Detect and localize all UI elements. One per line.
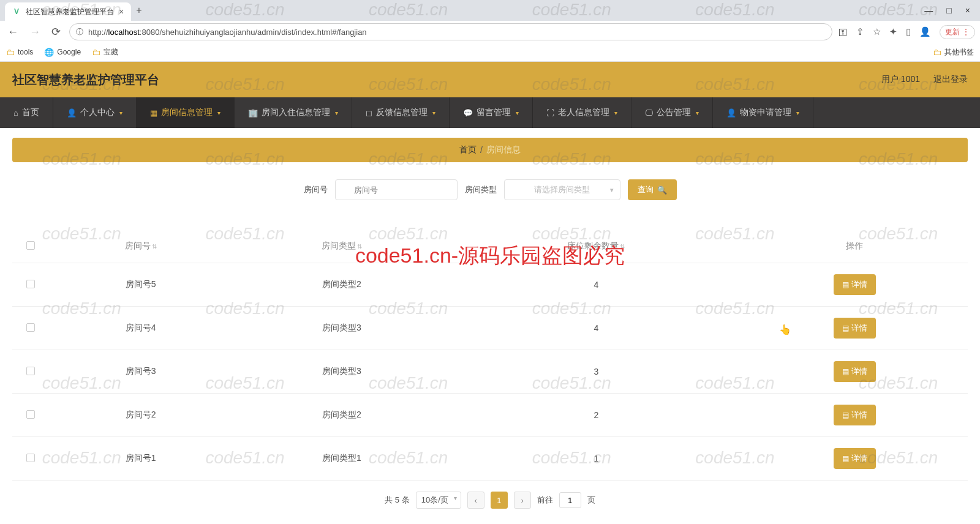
query-button[interactable]: 查询🔍 — [628, 179, 677, 200]
chevron-down-icon: ▾ — [454, 495, 457, 501]
building-icon: 🏢 — [248, 108, 258, 118]
cell-type: 房间类型3 — [232, 307, 451, 350]
detail-button[interactable]: ▤详情 — [834, 448, 876, 469]
app-header: 社区智慧养老监护管理平台 用户 1001 退出登录 — [0, 62, 980, 97]
star-icon[interactable]: ☆ — [873, 26, 881, 37]
col-action: 操作 — [741, 230, 968, 263]
row-checkbox[interactable] — [26, 410, 35, 419]
other-bookmarks[interactable]: 🗀其他书签 — [933, 47, 974, 58]
table-row: 房间号2房间类型22▤详情 — [12, 394, 968, 437]
breadcrumb: 首页 / 房间信息 — [12, 138, 968, 162]
url-path: :8080/shehuizhihuiyanglaojianhu/admin/di… — [140, 28, 367, 37]
browser-chrome: V 社区智慧养老监护管理平台 × + — □ × ← → ⟳ ⓘ http://… — [0, 0, 980, 62]
document-icon: ▤ — [842, 411, 849, 419]
chevron-down-icon: ▾ — [796, 110, 799, 116]
nav-feedback[interactable]: ◻反馈信息管理▾ — [352, 97, 450, 128]
back-button[interactable]: ← — [5, 26, 21, 39]
bookmark-google[interactable]: 🌐Google — [44, 48, 81, 57]
logout-link[interactable]: 退出登录 — [933, 74, 968, 85]
nav-message[interactable]: 💬留言管理▾ — [450, 97, 533, 128]
document-icon: ▤ — [842, 454, 849, 463]
cell-room: 房间号5 — [49, 263, 232, 307]
row-checkbox[interactable] — [26, 323, 35, 332]
url-bar[interactable]: ⓘ http://localhost:8080/shehuizhihuiyang… — [69, 23, 832, 40]
vue-favicon-icon: V — [12, 7, 21, 16]
new-tab-button[interactable]: + — [131, 2, 146, 18]
detail-button[interactable]: ▤详情 — [834, 361, 876, 382]
cell-room: 房间号3 — [49, 350, 232, 394]
table-row: 房间号5房间类型24▤详情 — [12, 263, 968, 307]
forward-button[interactable]: → — [27, 26, 43, 39]
bookmark-treasure[interactable]: 🗀宝藏 — [92, 47, 118, 58]
nav-home[interactable]: ⌂首页 — [0, 97, 53, 128]
chevron-down-icon: ▾ — [516, 110, 519, 116]
reading-list-icon[interactable]: ▯ — [906, 26, 911, 37]
chat-icon: 💬 — [463, 108, 473, 118]
scan-icon: ⛶ — [546, 108, 554, 118]
select-all-checkbox[interactable] — [26, 241, 35, 250]
detail-button[interactable]: ▤详情 — [834, 318, 876, 339]
chevron-down-icon: ▾ — [696, 110, 699, 116]
bookmark-tools[interactable]: 🗀tools — [6, 47, 33, 57]
detail-button[interactable]: ▤详情 — [834, 274, 876, 295]
maximize-icon[interactable]: □ — [946, 6, 951, 15]
detail-button[interactable]: ▤详情 — [834, 405, 876, 425]
chevron-down-icon: ▾ — [217, 110, 221, 116]
page-1-button[interactable]: 1 — [491, 492, 508, 509]
nav-announcement[interactable]: 🖵公告管理▾ — [631, 97, 713, 128]
breadcrumb-home[interactable]: 首页 — [459, 144, 477, 155]
next-page-button[interactable]: › — [514, 492, 531, 509]
sort-icon: ⇅ — [152, 243, 157, 250]
page-suffix: 页 — [587, 495, 595, 506]
cell-remain: 1 — [451, 437, 741, 481]
table-row: 房间号4房间类型34▤详情 — [12, 307, 968, 350]
document-icon: ▤ — [842, 324, 849, 332]
cell-remain: 2 — [451, 394, 741, 437]
extensions-icon[interactable]: ✦ — [889, 26, 897, 37]
share-icon[interactable]: ⇪ — [856, 26, 864, 37]
page-size-select[interactable]: 10条/页▾ — [416, 492, 461, 509]
reload-button[interactable]: ⟳ — [49, 25, 63, 39]
col-room-number[interactable]: 房间号⇅ — [49, 230, 232, 263]
grid-icon: ▦ — [150, 108, 157, 118]
close-icon[interactable]: × — [119, 7, 124, 17]
user-icon: 👤 — [67, 108, 77, 118]
room-number-input[interactable] — [335, 179, 458, 200]
cell-remain: 4 — [451, 263, 741, 307]
room-type-select[interactable]: 请选择房间类型 ▾ — [504, 179, 620, 200]
pagination: 共 5 条 10条/页▾ ‹ 1 › 前往 页 — [12, 492, 968, 509]
col-room-type[interactable]: 房间类型⇅ — [232, 230, 451, 263]
cell-room: 房间号2 — [49, 394, 232, 437]
tab-title: 社区智慧养老监护管理平台 — [26, 7, 114, 17]
password-icon[interactable]: ⚿ — [839, 27, 848, 37]
chevron-down-icon: ▾ — [614, 110, 617, 116]
prev-page-button[interactable]: ‹ — [467, 492, 484, 509]
cell-type: 房间类型2 — [232, 394, 451, 437]
profile-icon[interactable]: 👤 — [919, 26, 931, 37]
nav-room-checkin[interactable]: 🏢房间入住信息管理▾ — [235, 97, 352, 128]
window-icon: ◻ — [366, 108, 372, 118]
filter-type-label: 房间类型 — [465, 184, 497, 195]
nav-elderly-info[interactable]: ⛶老人信息管理▾ — [533, 97, 631, 128]
row-checkbox[interactable] — [26, 280, 35, 288]
folder-icon: 🗀 — [92, 47, 100, 57]
goto-page-input[interactable] — [559, 492, 581, 508]
cell-type: 房间类型1 — [232, 437, 451, 481]
window-controls: — □ × — [914, 6, 980, 15]
nav-personal-center[interactable]: 👤个人中心▾ — [53, 97, 137, 128]
browser-tab[interactable]: V 社区智慧养老监护管理平台 × — [5, 2, 131, 21]
site-info-icon[interactable]: ⓘ — [76, 27, 83, 37]
cell-room: 房间号4 — [49, 307, 232, 350]
close-window-icon[interactable]: × — [965, 6, 970, 15]
globe-icon: 🌐 — [44, 48, 54, 57]
update-button[interactable]: 更新⋮ — [940, 25, 975, 39]
minimize-icon[interactable]: — — [924, 6, 933, 15]
nav-room-info[interactable]: ▦房间信息管理▾ — [137, 97, 235, 128]
sort-icon: ⇅ — [620, 243, 625, 250]
col-bed-remain[interactable]: 床位剩余数量⇅ — [451, 230, 741, 263]
nav-supply-request[interactable]: 👤物资申请管理▾ — [713, 97, 813, 128]
row-checkbox[interactable] — [26, 367, 35, 375]
user-label[interactable]: 用户 1001 — [881, 74, 920, 85]
person-icon: 👤 — [726, 108, 736, 118]
row-checkbox[interactable] — [26, 454, 35, 462]
